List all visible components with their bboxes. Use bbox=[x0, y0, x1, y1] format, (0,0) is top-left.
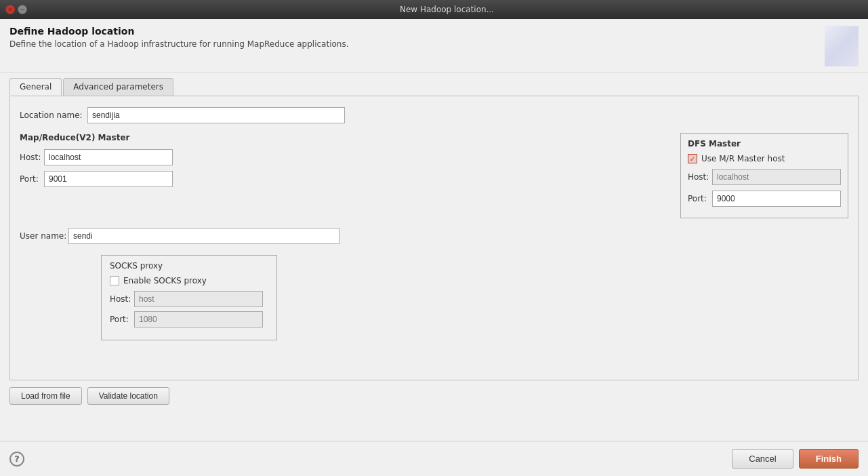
dfs-port-label: Port: bbox=[688, 194, 712, 203]
mr-host-input[interactable] bbox=[44, 149, 173, 165]
dfs-port-input[interactable] bbox=[712, 191, 841, 207]
dialog-subtitle: Define the location of a Hadoop infrastr… bbox=[9, 39, 349, 49]
use-mr-master-label: Use M/R Master host bbox=[701, 154, 785, 163]
socks-host-input[interactable] bbox=[134, 291, 263, 307]
socks-title: SOCKS proxy bbox=[110, 261, 268, 271]
action-buttons-bar: Load from file Validate location bbox=[0, 380, 868, 412]
help-icon[interactable]: ? bbox=[9, 452, 24, 467]
mr-port-row: Port: bbox=[20, 171, 667, 187]
dfs-port-row: Port: bbox=[688, 191, 841, 207]
mr-port-input[interactable] bbox=[44, 171, 173, 187]
username-input[interactable] bbox=[68, 228, 339, 244]
socks-proxy-group: SOCKS proxy Enable SOCKS proxy Host: Por… bbox=[101, 255, 277, 340]
minimize-button[interactable]: − bbox=[18, 5, 27, 14]
window-title: New Hadoop location... bbox=[31, 5, 863, 14]
mapreduce-master-group: Map/Reduce(V2) Master Host: Port: bbox=[20, 133, 667, 218]
footer: ? Cancel Finish bbox=[0, 441, 868, 476]
socks-host-row: Host: bbox=[110, 291, 268, 307]
socks-host-label: Host: bbox=[110, 294, 134, 304]
username-label: User name: bbox=[20, 231, 68, 241]
tab-general[interactable]: General bbox=[9, 78, 62, 96]
dialog-title: Define Hadoop location bbox=[9, 26, 349, 37]
use-mr-master-checkbox[interactable] bbox=[688, 154, 697, 163]
location-name-input[interactable] bbox=[87, 107, 345, 123]
tabs-container: General Advanced parameters bbox=[0, 73, 868, 96]
enable-socks-checkbox[interactable] bbox=[110, 276, 119, 285]
validate-location-button[interactable]: Validate location bbox=[87, 387, 169, 405]
dialog-header: Define Hadoop location Define the locati… bbox=[0, 19, 868, 73]
footer-right: Cancel Finish bbox=[732, 449, 859, 469]
socks-port-input[interactable] bbox=[134, 311, 263, 328]
header-decoration bbox=[825, 26, 859, 66]
dfs-host-label: Host: bbox=[688, 172, 712, 182]
mr-host-label: Host: bbox=[20, 153, 44, 162]
mr-port-label: Port: bbox=[20, 174, 44, 184]
mapreduce-title: Map/Reduce(V2) Master bbox=[20, 133, 667, 142]
location-name-label: Location name: bbox=[20, 111, 87, 120]
dfs-host-input[interactable] bbox=[712, 169, 841, 185]
username-row: User name: bbox=[20, 228, 848, 244]
content-panel: Location name: Map/Reduce(V2) Master Hos… bbox=[9, 96, 859, 380]
masters-section: Map/Reduce(V2) Master Host: Port: DFS Ma… bbox=[20, 133, 848, 218]
close-button[interactable]: × bbox=[5, 5, 15, 14]
dfs-master-group: DFS Master Use M/R Master host Host: Por… bbox=[680, 133, 848, 218]
use-mr-master-row: Use M/R Master host bbox=[688, 154, 841, 163]
mr-host-row: Host: bbox=[20, 149, 667, 165]
socks-port-row: Port: bbox=[110, 311, 268, 328]
dfs-host-row: Host: bbox=[688, 169, 841, 185]
enable-socks-row: Enable SOCKS proxy bbox=[110, 276, 268, 285]
load-from-file-button[interactable]: Load from file bbox=[9, 387, 82, 405]
enable-socks-label: Enable SOCKS proxy bbox=[123, 276, 207, 285]
socks-port-label: Port: bbox=[110, 315, 134, 324]
dfs-title: DFS Master bbox=[688, 139, 841, 148]
window-controls: × − bbox=[5, 5, 27, 14]
footer-left: ? bbox=[9, 452, 24, 467]
finish-button[interactable]: Finish bbox=[799, 449, 859, 469]
tab-advanced-parameters[interactable]: Advanced parameters bbox=[63, 78, 173, 96]
title-bar: × − New Hadoop location... bbox=[0, 0, 868, 19]
location-name-row: Location name: bbox=[20, 107, 848, 123]
cancel-button[interactable]: Cancel bbox=[732, 449, 793, 469]
